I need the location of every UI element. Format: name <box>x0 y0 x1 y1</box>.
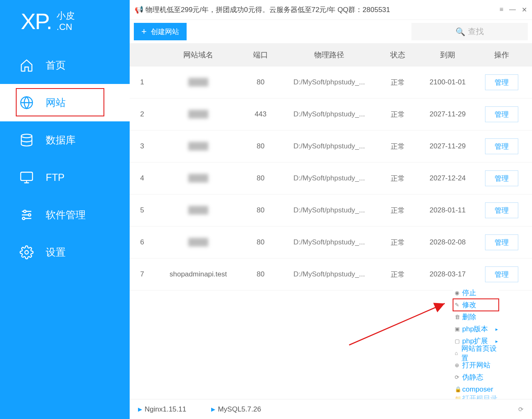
manage-button[interactable]: 管理 <box>485 74 518 90</box>
table-row[interactable]: 7 shopadminapi.test 80 D:/MySoft/phpstud… <box>130 259 532 291</box>
statusbar: ▶Nginx1.15.11 ▶MySQL5.7.26 ⟳ <box>130 399 532 419</box>
nav-database-label: 数据库 <box>46 133 76 147</box>
table-row[interactable]: 1 ████ 80 D:/MySoft/phpstudy_... 正常 2100… <box>130 67 532 99</box>
php-icon: ▣ <box>455 326 461 332</box>
row-index: 7 <box>130 270 155 279</box>
manage-button[interactable]: 管理 <box>485 170 518 186</box>
menu-homepage[interactable]: ⌂网站首页设置 <box>453 347 499 359</box>
nav-settings[interactable]: 设置 <box>0 234 130 271</box>
menu-composer[interactable]: 🔒composer <box>453 383 499 395</box>
logo-sub1: 小皮 <box>57 10 75 22</box>
row-status: 正常 <box>379 78 416 87</box>
svg-rect-2 <box>21 172 32 180</box>
nav-database[interactable]: 数据库 <box>0 121 130 159</box>
play-icon: ▶ <box>138 406 142 412</box>
menu-edit[interactable]: ✎修改 <box>453 299 499 311</box>
monitor-icon <box>19 170 34 185</box>
manage-button[interactable]: 管理 <box>485 234 518 250</box>
menu-open[interactable]: ⊕打开网站 <box>453 359 499 371</box>
table-row[interactable]: 3 ████ 80 D:/MySoft/phpstudy_... 正常 2027… <box>130 131 532 163</box>
row-path: D:/MySoft/phpstudy_... <box>279 142 379 150</box>
row-expire: 2028-01-11 <box>416 206 479 214</box>
nav-home-label: 首页 <box>46 59 66 72</box>
row-index: 2 <box>130 110 155 118</box>
titlebar: 📢 物理机低至299元/年，拼团成功0元得。云服务器低至72元/年 QQ群：28… <box>130 0 532 20</box>
row-port: 80 <box>242 174 279 182</box>
row-expire: 2028-03-17 <box>416 270 479 279</box>
row-expire: 2100-01-01 <box>416 78 479 86</box>
col-port: 端口 <box>242 50 279 60</box>
row-domain: shopadminapi.test <box>155 270 242 279</box>
row-domain: ████ <box>155 238 242 246</box>
menu-pseudo-static[interactable]: ⟳伪静态 <box>453 371 499 383</box>
manage-button[interactable]: 管理 <box>485 266 518 282</box>
menu-icon[interactable]: ≡ <box>500 6 503 14</box>
manage-button[interactable]: 管理 <box>485 202 518 218</box>
nav-website[interactable]: 网站 <box>0 84 130 121</box>
sliders-icon <box>19 207 34 222</box>
row-path: D:/MySoft/phpstudy_... <box>279 78 379 86</box>
row-port: 80 <box>242 270 279 279</box>
row-domain: ████ <box>155 174 242 182</box>
manage-button[interactable]: 管理 <box>485 106 518 122</box>
row-path: D:/MySoft/phpstudy_... <box>279 270 379 279</box>
row-expire: 2028-02-08 <box>416 238 479 246</box>
manage-button[interactable]: 管理 <box>485 138 518 154</box>
col-domain: 网站域名 <box>155 50 242 60</box>
svg-point-6 <box>25 251 29 254</box>
status-mysql[interactable]: ▶MySQL5.7.26 <box>211 405 261 414</box>
row-expire: 2027-11-29 <box>416 110 479 118</box>
table-row[interactable]: 2 ████ 443 D:/MySoft/phpstudy_... 正常 202… <box>130 99 532 131</box>
table-row[interactable]: 5 ████ 80 D:/MySoft/phpstudy_... 正常 2028… <box>130 195 532 227</box>
create-website-label: 创建网站 <box>151 27 179 37</box>
create-website-button[interactable]: + 创建网站 <box>134 23 187 40</box>
close-button[interactable]: ✕ <box>522 6 527 14</box>
database-icon <box>19 133 34 148</box>
home-small-icon: ⌂ <box>455 350 461 356</box>
nav-website-label: 网站 <box>46 96 66 109</box>
nav-home[interactable]: 首页 <box>0 47 130 84</box>
globe-icon <box>19 95 34 110</box>
row-port: 80 <box>242 142 279 150</box>
row-status: 正常 <box>379 206 416 215</box>
row-path: D:/MySoft/phpstudy_... <box>279 174 379 182</box>
search-input[interactable]: 🔍 查找 <box>411 23 528 40</box>
chevron-right-icon: ▸ <box>495 326 498 332</box>
table-row[interactable]: 6 ████ 80 D:/MySoft/phpstudy_... 正常 2028… <box>130 227 532 259</box>
row-status: 正常 <box>379 174 416 183</box>
row-port: 443 <box>242 110 279 118</box>
status-nginx[interactable]: ▶Nginx1.15.11 <box>138 405 186 414</box>
logo-main: XP. <box>21 8 52 34</box>
titlebar-text: 物理机低至299元/年，拼团成功0元得。云服务器低至72元/年 QQ群：2805… <box>145 5 390 15</box>
table-row[interactable]: 4 ████ 80 D:/MySoft/phpstudy_... 正常 2027… <box>130 163 532 195</box>
stop-icon: ◉ <box>455 290 461 296</box>
nav-ftp-label: FTP <box>46 172 64 183</box>
ext-icon: ▢ <box>455 338 461 344</box>
speaker-icon: 📢 <box>135 5 142 14</box>
menu-delete[interactable]: 🗑删除 <box>453 311 499 323</box>
svg-point-4 <box>28 214 31 216</box>
minimize-button[interactable]: — <box>509 6 516 14</box>
nav-software[interactable]: 软件管理 <box>0 196 130 234</box>
row-index: 1 <box>130 78 155 86</box>
row-domain: ████ <box>155 110 242 118</box>
edit-icon: ✎ <box>455 302 461 308</box>
row-status: 正常 <box>379 110 416 119</box>
static-icon: ⟳ <box>455 374 461 380</box>
refresh-icon[interactable]: ⟳ <box>518 406 524 413</box>
play-icon: ▶ <box>211 406 215 412</box>
row-path: D:/MySoft/phpstudy_... <box>279 110 379 118</box>
toolbar: + 创建网站 🔍 查找 <box>130 20 532 43</box>
col-path: 物理路径 <box>279 50 379 60</box>
row-index: 5 <box>130 206 155 214</box>
gear-icon <box>19 245 34 260</box>
menu-php-version[interactable]: ▣php版本▸ <box>453 323 499 335</box>
lock-icon: 🔒 <box>455 386 461 392</box>
menu-stop[interactable]: ◉停止 <box>453 287 499 299</box>
search-placeholder: 查找 <box>468 26 484 37</box>
plus-icon: + <box>141 26 147 37</box>
col-status: 状态 <box>379 50 416 60</box>
svg-point-3 <box>24 210 26 213</box>
nav-ftp[interactable]: FTP <box>0 159 130 196</box>
row-port: 80 <box>242 78 279 86</box>
